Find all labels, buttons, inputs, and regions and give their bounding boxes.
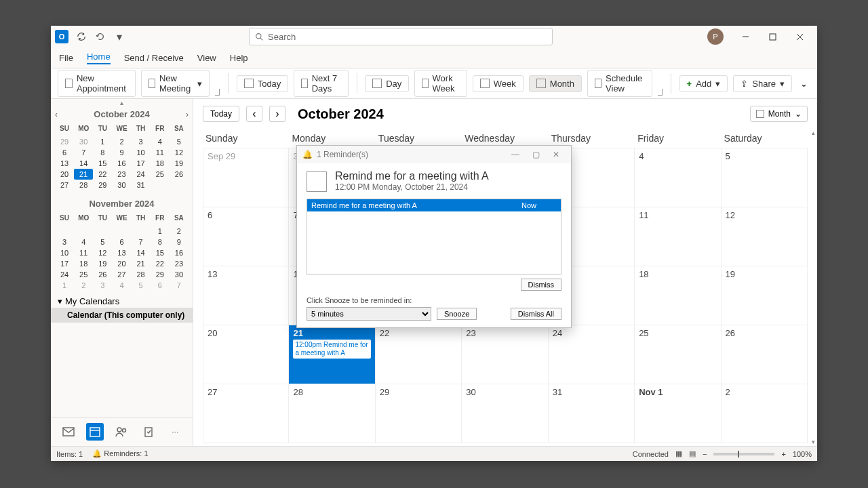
minical-day[interactable]: 3	[93, 280, 112, 291]
status-reminders[interactable]: 🔔 Reminders: 1	[92, 449, 148, 458]
minical-day[interactable]: 29	[93, 180, 112, 190]
minical-day[interactable]: 21	[74, 169, 93, 180]
scrollbar[interactable]: ▴ ▾	[809, 129, 817, 446]
minical-prev-icon[interactable]: ‹	[55, 110, 58, 119]
calendar-cell[interactable]: 23	[462, 325, 548, 384]
calendar-cell[interactable]: 20	[203, 325, 289, 384]
view-reading-icon[interactable]: ▤	[689, 449, 696, 458]
minical-day[interactable]: 24	[55, 269, 74, 280]
maximize-button[interactable]	[759, 27, 786, 46]
minical-day[interactable]: 30	[170, 269, 189, 280]
minical-day[interactable]: 3	[132, 136, 151, 147]
minical-day[interactable]: 7	[74, 147, 93, 158]
more-icon[interactable]: ···	[166, 423, 184, 441]
minical-day[interactable]: 20	[55, 169, 74, 180]
minical-day[interactable]: 23	[112, 169, 131, 180]
minimize-button[interactable]	[732, 27, 759, 46]
minical-day[interactable]: 8	[151, 237, 170, 247]
calendar-cell[interactable]: 22	[376, 325, 462, 384]
minical-day[interactable]: 10	[132, 147, 151, 158]
menu-help[interactable]: Help	[230, 53, 248, 63]
minical-day[interactable]: 1	[55, 280, 74, 291]
prev-month-button[interactable]: ‹	[246, 106, 262, 122]
zoom-slider[interactable]	[713, 453, 774, 455]
scroll-up-icon[interactable]: ▴	[809, 129, 817, 137]
dismiss-all-button[interactable]: Dismiss All	[511, 308, 561, 320]
dialog-close-button[interactable]: ✕	[547, 148, 566, 161]
calendar-icon[interactable]	[86, 423, 104, 441]
my-calendars-header[interactable]: ▾My Calendars	[51, 292, 193, 308]
minical-day[interactable]: 6	[55, 147, 74, 158]
minical-day[interactable]: 30	[74, 136, 93, 147]
today-nav-button[interactable]: Today	[203, 106, 239, 122]
day-view-button[interactable]: Day	[365, 75, 409, 92]
minical-day[interactable]	[93, 226, 112, 237]
calendar-cell[interactable]: 4	[635, 148, 721, 207]
calendar-cell[interactable]: Sep 29	[203, 148, 289, 207]
minical-day[interactable]: 1	[151, 226, 170, 237]
minical-day[interactable]: 4	[112, 280, 131, 291]
reminder-list[interactable]: Remind me for a meeting with A Now	[307, 199, 561, 274]
minical-day[interactable]	[55, 226, 74, 237]
view-selector[interactable]: Month⌄	[750, 106, 808, 122]
next7days-button[interactable]: Next 7 Days	[294, 70, 348, 97]
scroll-down-icon[interactable]: ▾	[809, 438, 817, 446]
minical-day[interactable]: 18	[74, 258, 93, 269]
menu-home[interactable]: Home	[87, 52, 111, 64]
workweek-view-button[interactable]: Work Week	[414, 70, 467, 97]
minical-day[interactable]: 26	[93, 269, 112, 280]
calendar-cell[interactable]: 29	[376, 384, 462, 443]
calendar-cell[interactable]: 24	[549, 325, 635, 384]
dismiss-button[interactable]: Dismiss	[521, 279, 562, 291]
people-icon[interactable]	[113, 423, 130, 441]
calendar-cell[interactable]: 12	[722, 207, 808, 266]
minical-day[interactable]: 13	[55, 158, 74, 169]
snooze-select[interactable]: 5 minutes	[307, 307, 431, 321]
minical-day[interactable]: 11	[151, 147, 170, 158]
minical-day[interactable]: 4	[151, 136, 170, 147]
minical-day[interactable]: 27	[55, 180, 74, 190]
today-button[interactable]: Today	[237, 75, 289, 92]
minical-day[interactable]: 13	[112, 247, 131, 258]
close-button[interactable]	[786, 27, 813, 46]
minical-day[interactable]: 30	[112, 180, 131, 190]
calendar-cell[interactable]: 13	[203, 266, 289, 325]
calendar-cell[interactable]: 28	[289, 384, 375, 443]
minical-day[interactable]: 17	[132, 158, 151, 169]
menu-sendreceive[interactable]: Send / Receive	[124, 53, 184, 63]
minical-day[interactable]: 10	[55, 247, 74, 258]
minical-day[interactable]: 4	[74, 237, 93, 247]
minical-day[interactable]: 7	[132, 237, 151, 247]
minical-day[interactable]: 6	[151, 280, 170, 291]
view-normal-icon[interactable]: ▦	[675, 449, 682, 458]
minical-day[interactable]: 14	[74, 158, 93, 169]
minical-day[interactable]: 15	[151, 247, 170, 258]
ribbon-collapse-icon[interactable]: ⌄	[797, 76, 810, 92]
calendar-cell[interactable]: 26	[722, 325, 808, 384]
minical-day[interactable]	[112, 226, 131, 237]
minical-day[interactable]: 15	[93, 158, 112, 169]
minical-day[interactable]: 5	[170, 136, 189, 147]
reminder-row[interactable]: Remind me for a meeting with A Now	[307, 199, 561, 211]
calendar-cell[interactable]: 18	[635, 266, 721, 325]
calendar-cell[interactable]: 27	[203, 384, 289, 443]
minical-scroll-up-icon[interactable]: ▴	[51, 99, 193, 106]
minical-day[interactable]: 16	[112, 158, 131, 169]
new-meeting-button[interactable]: New Meeting▾	[141, 70, 210, 97]
calendar-item[interactable]: Calendar (This computer only)	[51, 308, 193, 323]
sync-icon[interactable]	[74, 29, 89, 44]
calendar-cell[interactable]: Nov 1	[635, 384, 721, 443]
minical-day[interactable]: 19	[93, 258, 112, 269]
minical-day[interactable]: 25	[151, 169, 170, 180]
calendar-cell[interactable]: 11	[635, 207, 721, 266]
minical-day[interactable]: 9	[112, 147, 131, 158]
minical-day[interactable]: 23	[170, 258, 189, 269]
next-month-button[interactable]: ›	[269, 106, 285, 122]
minical-day[interactable]: 2	[170, 226, 189, 237]
zoom-out-icon[interactable]: −	[703, 450, 707, 458]
minical-day[interactable]: 28	[132, 269, 151, 280]
menu-view[interactable]: View	[197, 53, 216, 63]
calendar-cell[interactable]: 2	[722, 384, 808, 443]
minical-day[interactable]: 19	[170, 158, 189, 169]
minical-day[interactable]: 18	[151, 158, 170, 169]
